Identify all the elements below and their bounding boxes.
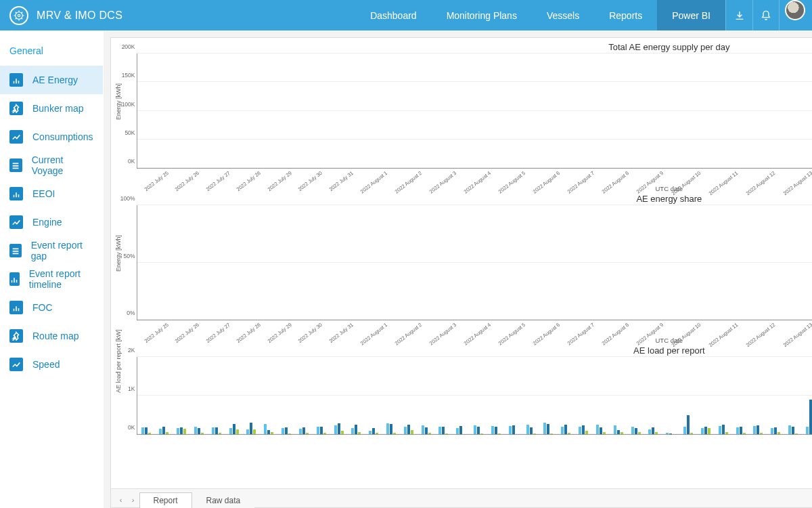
avatar[interactable] xyxy=(785,0,805,20)
sidebar-item-label: Route map xyxy=(32,331,78,341)
sidebar-item-label: FOC xyxy=(32,302,53,313)
chart-plot[interactable]: 0K50K100K150K200K xyxy=(137,54,813,169)
y-tick: 0% xyxy=(117,310,135,316)
sidebar-item-event-report-gap[interactable]: Event report gap xyxy=(0,236,103,265)
svg-point-1 xyxy=(18,14,20,16)
y-tick: 1K xyxy=(117,385,135,392)
page-tabs: ‹ › Report Raw data xyxy=(111,488,813,507)
sidebar-item-bunker-map[interactable]: Bunker map xyxy=(0,94,103,123)
y-tick: 50K xyxy=(117,129,135,136)
y-tick: 200K xyxy=(117,43,135,50)
sidebar-item-foc[interactable]: FOC xyxy=(0,293,103,322)
tab-report[interactable]: Report xyxy=(139,492,192,508)
sidebar-item-event-report-timeline[interactable]: Event report timeline xyxy=(0,265,103,293)
nav-power-bi[interactable]: Power BI xyxy=(657,0,725,30)
sidebar-item-label: Bunker map xyxy=(32,103,83,114)
main-area: Total AE energy supply per dayEnergy [kW… xyxy=(104,30,813,508)
y-tick: 100% xyxy=(117,195,135,202)
bars-icon xyxy=(9,272,20,286)
y-tick: 50% xyxy=(117,253,135,259)
sidebar: General AE EnergyBunker mapConsumptionsC… xyxy=(0,30,104,508)
sidebar-item-consumptions[interactable]: Consumptions xyxy=(0,123,103,151)
app-title: MRV & IMO DCS xyxy=(37,9,122,22)
tab-raw-data[interactable]: Raw data xyxy=(192,492,255,508)
topbar: MRV & IMO DCS Dashboard Monitoring Plans… xyxy=(0,0,812,30)
nav-reports[interactable]: Reports xyxy=(594,0,657,30)
line-icon xyxy=(9,215,23,229)
sidebar-item-route-map[interactable]: Route map xyxy=(0,322,103,350)
download-button[interactable] xyxy=(725,0,752,30)
chart-title: Total AE energy supply per day xyxy=(116,42,813,52)
sidebar-item-current-voyage[interactable]: Current Voyage xyxy=(0,151,103,179)
nav-monitoring-plans[interactable]: Monitoring Plans xyxy=(432,0,532,30)
sidebar-item-label: Engine xyxy=(32,217,62,228)
chart-plot[interactable]: 0K1K2K xyxy=(137,357,813,435)
svg-point-0 xyxy=(16,12,23,19)
sidebar-item-label: Speed xyxy=(32,359,60,370)
line-icon xyxy=(9,130,23,144)
y-tick: 150K xyxy=(117,72,135,79)
y-tick: 0K xyxy=(117,424,135,431)
y-axis-label: AE load per report [kW] xyxy=(115,329,122,393)
pin-icon xyxy=(9,329,23,343)
bars-icon xyxy=(9,187,23,200)
sidebar-item-engine[interactable]: Engine xyxy=(0,208,103,236)
sidebar-item-label: Consumptions xyxy=(32,131,93,142)
sidebar-heading: General xyxy=(0,43,103,66)
y-tick: 2K xyxy=(117,347,135,354)
sidebar-item-label: Current Voyage xyxy=(32,154,93,176)
top-nav: Dashboard Monitoring Plans Vessels Repor… xyxy=(355,0,812,30)
notifications-button[interactable] xyxy=(752,0,780,30)
line-icon xyxy=(9,358,23,371)
sidebar-item-ae-energy[interactable]: AE Energy xyxy=(0,66,103,94)
sidebar-item-label: AE Energy xyxy=(32,75,78,85)
bars-icon xyxy=(9,73,23,87)
sidebar-item-eeoi[interactable]: EEOI xyxy=(0,179,103,208)
sidebar-item-speed[interactable]: Speed xyxy=(0,350,103,379)
sidebar-item-label: EEOI xyxy=(32,188,55,199)
list-icon xyxy=(9,158,22,172)
y-tick: 0K xyxy=(117,158,135,165)
report-canvas: Total AE energy supply per dayEnergy [kW… xyxy=(110,37,813,508)
app-logo xyxy=(9,6,28,25)
bars-icon xyxy=(9,301,23,314)
pager-next[interactable]: › xyxy=(127,492,139,507)
sidebar-item-label: Event report timeline xyxy=(29,268,93,290)
nav-vessels[interactable]: Vessels xyxy=(532,0,594,30)
pager-prev[interactable]: ‹ xyxy=(115,492,127,507)
y-tick: 100K xyxy=(117,101,135,108)
list-icon xyxy=(9,244,22,257)
sidebar-item-label: Event report gap xyxy=(31,240,93,261)
chart-plot[interactable]: 0%50%100% xyxy=(137,205,813,320)
pin-icon xyxy=(9,102,23,115)
nav-dashboard[interactable]: Dashboard xyxy=(355,0,432,30)
